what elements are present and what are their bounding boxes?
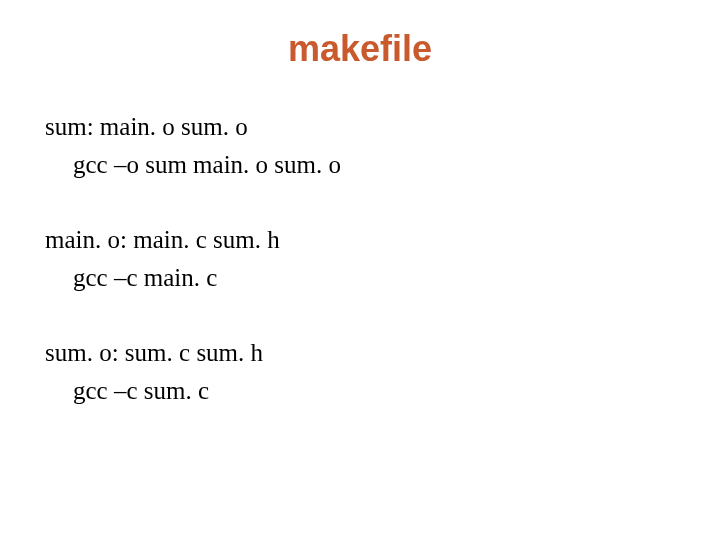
rule-command: gcc –o sum main. o sum. o	[45, 146, 675, 184]
rule-target: sum: main. o sum. o	[45, 108, 675, 146]
slide-title: makefile	[45, 28, 675, 70]
rule-command: gcc –c sum. c	[45, 372, 675, 410]
slide-container: makefile sum: main. o sum. o gcc –o sum …	[0, 0, 720, 540]
slide-content: sum: main. o sum. o gcc –o sum main. o s…	[45, 108, 675, 409]
rule-target: main. o: main. c sum. h	[45, 221, 675, 259]
rule-block: sum. o: sum. c sum. h gcc –c sum. c	[45, 334, 675, 409]
rule-target: sum. o: sum. c sum. h	[45, 334, 675, 372]
rule-command: gcc –c main. c	[45, 259, 675, 297]
rule-block: main. o: main. c sum. h gcc –c main. c	[45, 221, 675, 296]
rule-block: sum: main. o sum. o gcc –o sum main. o s…	[45, 108, 675, 183]
